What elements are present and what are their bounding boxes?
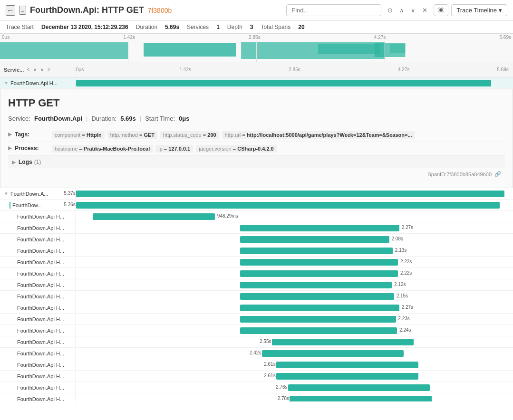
span-timeline: 2.27s (76, 222, 513, 233)
span-label: FourthDow... (12, 202, 42, 208)
span-label: FourthDown.A... (10, 191, 48, 197)
span-name[interactable]: FourthDown.Api H... (0, 371, 76, 382)
span-row[interactable]: FourthDown.Api H...2.42s (0, 348, 513, 359)
span-row[interactable]: FourthDown.Api H...2.13s (0, 245, 513, 257)
collapse-button[interactable]: ⌄ (19, 6, 26, 15)
process-toggle[interactable]: ▶ (8, 145, 12, 151)
service-meta-label: Service: (8, 115, 30, 122)
tags-toggle[interactable]: ▶ (8, 131, 12, 137)
span-row[interactable]: FourthDow...5.36s (0, 200, 513, 211)
mini-label-0: 0μs (2, 35, 10, 40)
span-row[interactable]: FourthDown.Api H...2.27s (0, 302, 513, 314)
span-timeline: 2.22s (76, 257, 513, 267)
span-name[interactable]: FourthDown.Api H... (0, 302, 76, 313)
span-row[interactable]: FourthDown.Api H...946.29ms (0, 211, 513, 222)
span-row[interactable]: ▼FourthDown.A...5.37s (0, 188, 513, 200)
cmd-button[interactable]: ⌘ (434, 4, 448, 16)
span-id-label: SpanID: (427, 172, 446, 177)
span-name[interactable]: FourthDown.Api H... (0, 245, 76, 256)
span-id-link[interactable]: 🔗 (494, 171, 501, 177)
timeline-dropdown-button[interactable]: Trace Timeline ▾ (451, 4, 507, 16)
span-bar (240, 293, 394, 300)
mini-label-4: 5.69s (499, 35, 511, 40)
search-filter-icon[interactable]: ⊙ (385, 5, 395, 15)
span-row[interactable]: FourthDown.Api H...2.22s (0, 257, 513, 268)
span-name[interactable]: FourthDown.Api H... (0, 291, 76, 302)
mini-timeline: 0μs 1.42s 2.85s 4.27s 5.69s (0, 34, 513, 62)
search-close-button[interactable]: ✕ (420, 5, 430, 15)
span-name[interactable]: FourthDown.Api H... (0, 393, 76, 401)
start-time-meta-label: Start Time: (145, 115, 175, 122)
search-prev-button[interactable]: ∧ (397, 5, 407, 15)
span-name[interactable]: FourthDown.Api H... (0, 336, 76, 347)
span-name[interactable]: ▼ FourthDown.Api H... (0, 77, 76, 88)
span-row[interactable]: FourthDown.Api H...2.61s (0, 359, 513, 371)
span-duration: 2.61s (264, 362, 275, 367)
span-timeline: 2.24s (76, 325, 513, 336)
span-name[interactable]: FourthDown.Api H... (0, 234, 76, 245)
span-name[interactable]: FourthDown.Api H... (0, 279, 76, 290)
span-timeline: 2.13s (76, 245, 513, 256)
search-input[interactable] (286, 4, 381, 16)
span-name[interactable]: FourthDown.Api H... (0, 257, 76, 267)
span-row[interactable]: FourthDown.Api H...2.24s (0, 325, 513, 336)
search-next-button[interactable]: ∨ (408, 5, 418, 15)
span-bar (76, 191, 504, 197)
span-label: FourthDown.Api H... (17, 373, 64, 379)
span-timeline: 2.15s (76, 291, 513, 302)
span-name[interactable]: FourthDown.Api H... (0, 348, 76, 359)
span-name[interactable]: FourthDown.Api H... (0, 268, 76, 279)
span-row[interactable]: ▼ FourthDown.Api H... (0, 77, 513, 89)
span-name[interactable]: FourthDown.Api H... (0, 359, 76, 370)
span-id-value: 7f3800b85a849b00 (446, 172, 492, 177)
time-label-2: 2.85s (289, 67, 300, 72)
span-bar (240, 270, 398, 277)
span-row[interactable]: FourthDown.Api H...2.08s (0, 234, 513, 245)
tags-container: component = HttpIn http.method = GET htt… (52, 131, 415, 139)
logs-row: ▶ Logs (1) (8, 155, 505, 168)
span-row[interactable]: FourthDown.Api H...2.55s (0, 336, 513, 348)
span-row[interactable]: FourthDown.Api H...2.61s (0, 371, 513, 382)
logs-toggle[interactable]: ▶ (12, 159, 16, 165)
span-row[interactable]: FourthDown.Api H...2.23s (0, 314, 513, 325)
span-row[interactable]: FourthDown.Api H...2.27s (0, 222, 513, 234)
span-label: FourthDown.Api H... (17, 294, 64, 299)
span-name[interactable]: FourthDown.Api H... (0, 222, 76, 233)
nav-down-button[interactable]: ∨ (39, 67, 45, 72)
span-label: FourthDown.Api H... (17, 248, 64, 254)
span-timeline (76, 77, 513, 88)
span-row[interactable]: FourthDown.Api H...2.22s (0, 268, 513, 279)
span-label: FourthDown.Api H... (17, 282, 64, 288)
span-bar (240, 305, 399, 311)
span-name[interactable]: FourthDown.Api H... (0, 325, 76, 336)
duration-value: 5.69s (165, 24, 179, 30)
span-timeline: 2.22s (76, 268, 513, 279)
span-row[interactable]: FourthDown.Api H...2.12s (0, 279, 513, 291)
nav-next-button[interactable]: > (47, 67, 51, 72)
nav-prev-button[interactable]: < (26, 67, 30, 72)
span-row[interactable]: FourthDown.Api H...2.78s (0, 393, 513, 401)
svg-rect-1 (144, 43, 236, 57)
span-name[interactable]: FourthDown.Api H... (0, 314, 76, 325)
span-bar (240, 327, 397, 334)
span-list[interactable]: ▼ FourthDown.Api H... HTTP GET Service: … (0, 77, 513, 401)
back-button[interactable]: ← (6, 5, 15, 16)
span-row[interactable]: FourthDown.Api H...2.76s (0, 382, 513, 393)
detail-meta: Service: FourthDown.Api | Duration: 5.69… (8, 115, 505, 122)
expand-icon[interactable]: ▼ (4, 191, 9, 196)
logs-count: (1) (34, 159, 41, 165)
nav-up-button[interactable]: ∧ (32, 67, 38, 72)
expand-icon[interactable]: ▼ (4, 80, 9, 86)
span-name[interactable]: FourthDown.Api H... (0, 382, 76, 393)
span-duration: 5.37s (64, 191, 75, 196)
span-bar (240, 316, 396, 323)
tags-label: Tags: (15, 131, 48, 138)
span-duration: 2.78s (278, 396, 289, 401)
span-label: FourthDown.Api H... (17, 214, 64, 220)
trace-id: 7f3800b (148, 7, 172, 14)
span-row[interactable]: FourthDown.Api H...2.15s (0, 291, 513, 302)
span-timeline: 5.37s (76, 188, 513, 199)
span-duration: 2.15s (397, 293, 408, 298)
span-name[interactable]: FourthDown.Api H... (0, 211, 76, 222)
span-timeline: 2.76s (76, 382, 513, 393)
